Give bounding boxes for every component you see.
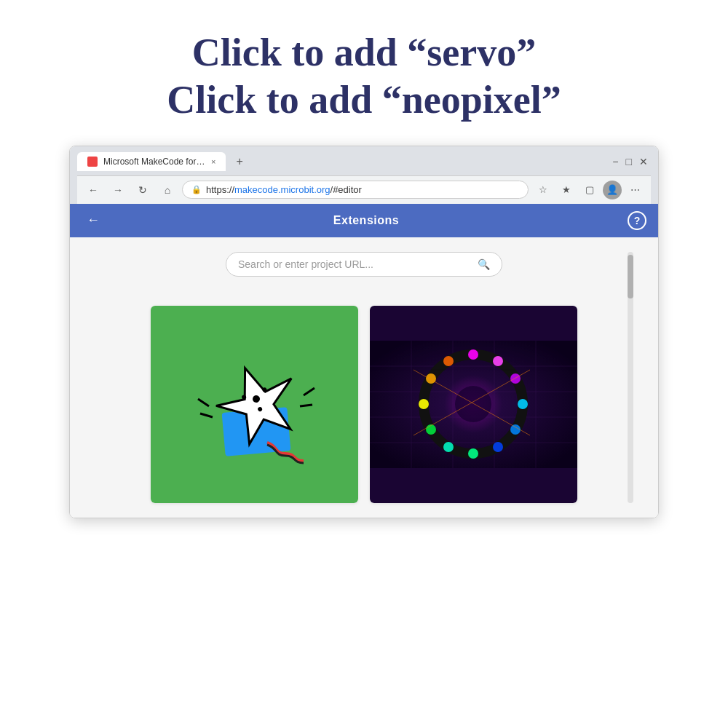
address-text: https://makecode.microbit.org/#editor	[206, 184, 362, 195]
address-domain: makecode.microbit.org	[234, 184, 331, 195]
neopixel-card-image	[370, 306, 577, 503]
svg-point-27	[468, 448, 478, 459]
extensions-main: Search or enter project URL... 🔍	[70, 237, 658, 518]
browser-tab[interactable]: Microsoft MakeCode for micro:b ×	[77, 152, 226, 171]
nav-actions: ☆ ★ ▢ 👤 ⋯	[533, 180, 645, 200]
svg-point-23	[510, 373, 521, 384]
extensions-back-button[interactable]: ←	[82, 209, 105, 232]
servo-card-image	[151, 306, 358, 503]
browser-window: Microsoft MakeCode for micro:b × + − □ ✕…	[69, 146, 659, 518]
extensions-nav-button[interactable]: ▢	[579, 180, 600, 200]
svg-point-28	[443, 442, 454, 452]
svg-point-22	[493, 356, 503, 366]
neopixel-card[interactable]: neopixel AdaFruit NeoPixel driver Learn …	[370, 306, 577, 503]
menu-button[interactable]: ⋯	[625, 180, 645, 200]
svg-point-21	[468, 349, 478, 360]
extensions-help-button[interactable]: ?	[628, 211, 646, 230]
search-placeholder: Search or enter project URL...	[238, 258, 472, 270]
extensions-title: Extensions	[105, 214, 628, 227]
browser-chrome: Microsoft MakeCode for micro:b × + − □ ✕…	[70, 146, 658, 204]
servo-card[interactable]: servo A micro-servo library	[151, 306, 358, 503]
search-icon[interactable]: 🔍	[478, 258, 490, 270]
cards-grid: servo A micro-servo library	[92, 306, 636, 503]
reading-list-button[interactable]: ★	[556, 180, 577, 200]
browser-nav-bar: ← → ↻ ⌂ 🔒 https://makecode.microbit.org/…	[77, 175, 651, 204]
back-nav-button[interactable]: ←	[83, 180, 103, 200]
minimize-button[interactable]: −	[612, 156, 618, 167]
bookmark-star-button[interactable]: ☆	[533, 180, 553, 200]
refresh-nav-button[interactable]: ↻	[132, 180, 153, 200]
tab-title: Microsoft MakeCode for micro:b	[103, 157, 205, 167]
forward-nav-button[interactable]: →	[108, 180, 128, 200]
servo-illustration	[151, 306, 358, 503]
svg-point-24	[518, 399, 528, 409]
svg-point-26	[493, 442, 503, 452]
instruction-line2: Click to add “neopixel”	[167, 78, 561, 122]
search-bar[interactable]: Search or enter project URL... 🔍	[226, 252, 502, 277]
instruction-line1: Click to add “servo”	[192, 31, 537, 74]
scrollbar[interactable]	[628, 252, 633, 503]
window-controls: − □ ✕	[612, 156, 651, 167]
neopixel-illustration	[370, 306, 577, 503]
maximize-button[interactable]: □	[626, 156, 632, 167]
svg-point-30	[419, 399, 429, 409]
tab-favicon	[87, 157, 98, 167]
lock-icon: 🔒	[191, 185, 202, 194]
home-nav-button[interactable]: ⌂	[157, 180, 178, 200]
scrollbar-thumb[interactable]	[628, 255, 633, 298]
svg-point-29	[426, 424, 436, 435]
svg-line-10	[300, 405, 312, 406]
instruction-area: Click to add “servo” Click to add “neopi…	[0, 0, 728, 146]
svg-point-31	[426, 373, 436, 384]
app-content: ← Extensions ? Search or enter project U…	[70, 204, 658, 518]
extensions-header: ← Extensions ?	[70, 204, 658, 237]
address-bar[interactable]: 🔒 https://makecode.microbit.org/#editor	[182, 181, 529, 199]
search-bar-wrapper: Search or enter project URL... 🔍	[92, 252, 636, 291]
profile-button[interactable]: 👤	[603, 181, 622, 199]
new-tab-button[interactable]: +	[230, 152, 248, 171]
svg-point-34	[455, 386, 491, 422]
tab-close-button[interactable]: ×	[211, 157, 215, 166]
extensions-content-wrapper: Search or enter project URL... 🔍	[92, 252, 636, 503]
close-button[interactable]: ✕	[639, 156, 648, 167]
instruction-text: Click to add “servo” Click to add “neopi…	[44, 29, 684, 124]
browser-title-bar: Microsoft MakeCode for micro:b × + − □ ✕	[77, 152, 651, 171]
svg-point-32	[443, 356, 454, 366]
